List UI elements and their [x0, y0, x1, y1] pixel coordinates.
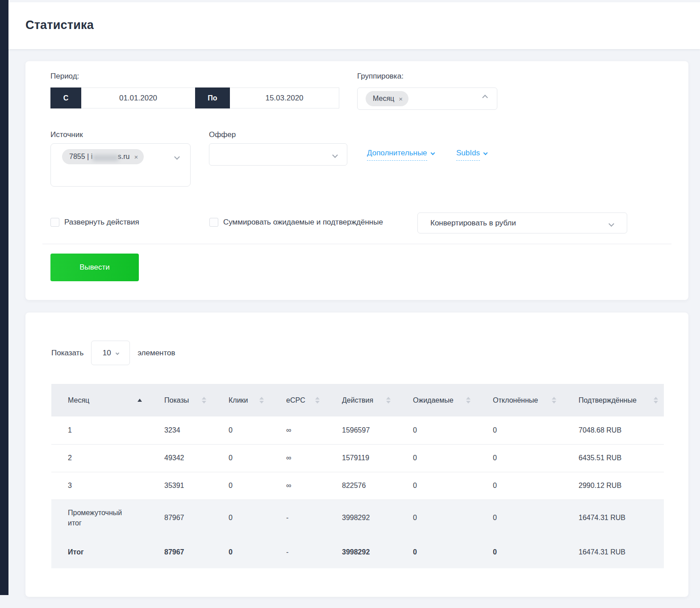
- table-cell: 1596597: [325, 416, 396, 444]
- column-header-expected[interactable]: Ожидаемые: [396, 384, 476, 416]
- table-cell: ∞: [270, 472, 325, 500]
- expand-actions-option: Развернуть действия: [50, 218, 139, 227]
- page-size-value: 10: [103, 349, 111, 358]
- table-cell: 0: [396, 500, 476, 536]
- results-panel: Показать 10 элементов Месяц Показы Клики…: [25, 312, 688, 597]
- column-header-clicks[interactable]: Клики: [212, 384, 270, 416]
- items-label: элементов: [138, 349, 175, 358]
- table-cell: 0: [212, 536, 270, 568]
- total-row: Итог 87967 0 - 3998292 0 0 16474.31 RUB: [51, 536, 664, 568]
- source-tag-prefix: 7855 | i: [69, 153, 92, 161]
- source-tag-suffix: s.ru: [118, 153, 130, 161]
- table-cell: 0: [476, 416, 562, 444]
- stats-table: Месяц Показы Клики eCPC Действия Ожидаем…: [51, 384, 664, 568]
- table-cell: 0: [212, 416, 270, 444]
- subtotal-label-cell: Промежуточный итог: [51, 500, 148, 536]
- table-cell: 7048.68 RUB: [562, 416, 664, 444]
- convert-currency-value: Конвертировать в рубли: [430, 219, 516, 228]
- page-size-select[interactable]: 10: [91, 341, 130, 365]
- sort-icon: [466, 397, 471, 404]
- table-cell: 0: [476, 536, 562, 568]
- table-cell: 0: [396, 536, 476, 568]
- source-tag-remove-icon[interactable]: ×: [134, 154, 138, 160]
- date-to-label: По: [195, 87, 230, 108]
- table-row: 1 3234 0 ∞ 1596597 0 0 7048.68 RUB: [51, 416, 664, 444]
- table-cell: 3998292: [325, 536, 396, 568]
- page-header: Статистика: [8, 2, 700, 49]
- source-select[interactable]: 7855 | i ▆▆▆▆▆ s.ru ×: [50, 143, 191, 187]
- source-label: Источник: [50, 130, 83, 139]
- table-cell: ∞: [270, 416, 325, 444]
- table-cell: 1: [51, 416, 148, 444]
- grouping-label: Группировка:: [357, 72, 404, 81]
- table-cell: 0: [476, 444, 562, 472]
- sort-icon: [259, 397, 264, 404]
- additional-filters-link[interactable]: Дополнительные: [367, 149, 434, 161]
- date-from-input[interactable]: [81, 87, 195, 108]
- sum-expected-label: Суммировать ожидаемые и подтверждённые: [223, 218, 383, 227]
- table-cell: -: [270, 500, 325, 536]
- column-header-ecpc[interactable]: eCPC: [270, 384, 325, 416]
- column-header-actions[interactable]: Действия: [325, 384, 396, 416]
- chevron-up-icon: [482, 95, 488, 100]
- table-cell: 49342: [148, 444, 212, 472]
- period-range-control: С По: [50, 87, 339, 108]
- grouping-tag-remove-icon[interactable]: ×: [399, 96, 403, 102]
- table-cell: 87967: [148, 500, 212, 536]
- table-cell: 2990.12 RUB: [562, 472, 664, 500]
- statistics-page: Статистика Период: С По Группировка: Мес…: [0, 0, 700, 608]
- show-stats-button[interactable]: Вывести: [50, 254, 139, 281]
- table-cell: 1579119: [325, 444, 396, 472]
- chevron-down-icon: [332, 152, 338, 158]
- table-cell: 0: [476, 500, 562, 536]
- column-header-confirmed[interactable]: Подтверждённые: [562, 384, 664, 416]
- source-tag-redacted-text: ▆▆▆▆▆: [92, 153, 118, 161]
- additional-filters-label: Дополнительные: [367, 149, 427, 161]
- column-header-month[interactable]: Месяц: [51, 384, 148, 416]
- expand-actions-label: Развернуть действия: [64, 218, 139, 227]
- table-cell: 0: [212, 472, 270, 500]
- chevron-down-icon: [115, 351, 119, 354]
- source-tag: 7855 | i ▆▆▆▆▆ s.ru ×: [62, 149, 144, 164]
- table-cell: 3: [51, 472, 148, 500]
- table-cell: 3234: [148, 416, 212, 444]
- chevron-down-icon: [174, 154, 180, 160]
- total-label-cell: Итог: [51, 536, 148, 568]
- left-nav-strip: [0, 0, 8, 595]
- sum-expected-checkbox[interactable]: [209, 218, 218, 227]
- sort-icon: [654, 397, 658, 404]
- table-cell: 822576: [325, 472, 396, 500]
- convert-currency-select[interactable]: Конвертировать в рубли: [417, 212, 627, 233]
- subids-link[interactable]: SubIds: [456, 149, 487, 161]
- table-cell: 0: [212, 444, 270, 472]
- page-size-control: Показать 10 элементов: [51, 341, 175, 365]
- table-cell: 16474.31 RUB: [562, 536, 664, 568]
- chevron-down-icon: [608, 221, 614, 227]
- column-header-impressions[interactable]: Показы: [148, 384, 212, 416]
- expand-actions-checkbox[interactable]: [50, 218, 59, 227]
- table-cell: -: [270, 536, 325, 568]
- grouping-select[interactable]: Месяц ×: [357, 87, 497, 110]
- sort-icon: [202, 397, 206, 404]
- date-from-label: С: [50, 87, 81, 108]
- divider: [42, 244, 671, 244]
- sort-icon: [315, 397, 320, 404]
- offer-select[interactable]: [209, 143, 347, 166]
- table-cell: ∞: [270, 444, 325, 472]
- table-cell: 6435.51 RUB: [562, 444, 664, 472]
- offer-label: Оффер: [209, 130, 236, 139]
- filters-panel: Период: С По Группировка: Месяц × Источн…: [25, 61, 688, 300]
- table-cell: 0: [396, 444, 476, 472]
- date-to-input[interactable]: [230, 87, 339, 108]
- sort-icon: [386, 397, 391, 404]
- table-cell: 87967: [148, 536, 212, 568]
- column-header-declined[interactable]: Отклонённые: [476, 384, 562, 416]
- sum-expected-option: Суммировать ожидаемые и подтверждённые: [209, 218, 383, 227]
- page-title: Статистика: [8, 2, 700, 32]
- table-cell: 0: [396, 472, 476, 500]
- table-header-row: Месяц Показы Клики eCPC Действия Ожидаем…: [51, 384, 664, 416]
- show-label: Показать: [51, 349, 83, 358]
- grouping-tag-label: Месяц: [373, 95, 394, 103]
- table-cell: 35391: [148, 472, 212, 500]
- chevron-down-icon: [483, 151, 488, 155]
